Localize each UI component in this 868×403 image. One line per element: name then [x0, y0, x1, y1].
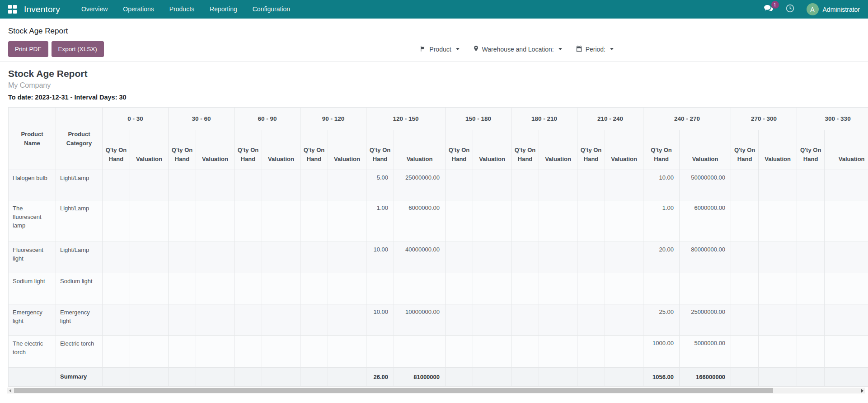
activities-button[interactable]	[785, 4, 795, 15]
valuation-cell	[759, 170, 797, 200]
export-xlsx-button[interactable]: Export (XLSX)	[52, 41, 104, 57]
report-heading: Stock Age Report	[8, 68, 868, 79]
summary-qty-cell: 26.00	[366, 368, 394, 387]
menu-item-overview[interactable]: Overview	[74, 0, 115, 19]
valuation-header: Valuation	[394, 130, 446, 170]
qty-cell: 5.00	[366, 170, 394, 200]
qty-cell	[511, 273, 539, 304]
valuation-cell	[759, 304, 797, 336]
scrollbar-thumb[interactable]	[14, 388, 773, 393]
avatar: A	[807, 3, 819, 15]
menu-item-operations[interactable]: Operations	[115, 0, 161, 19]
age-range-header: 240 - 270	[643, 108, 731, 130]
navbar-right: 1 A Administrator	[764, 3, 860, 15]
product-name-cell: Fluorescent light	[9, 242, 56, 273]
qty-cell	[235, 242, 262, 273]
valuation-cell	[473, 170, 511, 200]
age-range-header: 150 - 180	[446, 108, 511, 130]
qty-cell	[731, 170, 759, 200]
product-name-cell: The fluorescent lamp	[9, 200, 56, 242]
qty-cell: 1.00	[366, 200, 394, 242]
valuation-cell	[130, 200, 169, 242]
valuation-cell	[196, 200, 235, 242]
valuation-cell	[605, 336, 643, 368]
control-panel: Stock Age Report Print PDF Export (XLSX)…	[0, 19, 868, 62]
valuation-cell	[262, 304, 300, 336]
summary-row: Summary26.00810000001056.00166000000	[9, 368, 868, 387]
valuation-cell	[328, 200, 366, 242]
valuation-header: Valuation	[825, 130, 868, 170]
valuation-cell	[196, 242, 235, 273]
age-range-header: 60 - 90	[235, 108, 300, 130]
menu-item-reporting[interactable]: Reporting	[202, 0, 245, 19]
table-row: Sodium lightSodium light	[9, 273, 868, 304]
valuation-cell	[825, 273, 868, 304]
summary-qty-cell	[235, 368, 262, 387]
qty-cell	[511, 200, 539, 242]
valuation-cell	[605, 170, 643, 200]
valuation-cell	[130, 170, 169, 200]
user-menu[interactable]: A Administrator	[807, 3, 860, 15]
qty-cell: 10.00	[643, 170, 680, 200]
summary-qty-cell	[103, 368, 130, 387]
qty-on-hand-header: Q'ty On Hand	[235, 130, 262, 170]
menu-item-configuration[interactable]: Configuration	[245, 0, 298, 19]
qty-cell	[577, 304, 605, 336]
location-pin-icon	[473, 45, 479, 53]
valuation-cell	[473, 200, 511, 242]
qty-cell	[511, 304, 539, 336]
warehouse-location-filter[interactable]: Warehouse and Location:	[473, 45, 562, 53]
menu-item-products[interactable]: Products	[162, 0, 202, 19]
qty-cell	[577, 170, 605, 200]
col-header-product-name: Product Name	[9, 108, 56, 170]
age-range-header: 180 - 210	[511, 108, 577, 130]
valuation-cell: 5000000.00	[680, 336, 731, 368]
product-name-cell: Halogen bulb	[9, 170, 56, 200]
valuation-cell	[473, 336, 511, 368]
qty-cell	[235, 200, 262, 242]
valuation-header: Valuation	[680, 130, 731, 170]
flag-icon	[419, 45, 426, 53]
valuation-cell	[759, 336, 797, 368]
valuation-cell	[130, 273, 169, 304]
qty-on-hand-header: Q'ty On Hand	[797, 130, 825, 170]
qty-on-hand-header: Q'ty On Hand	[643, 130, 680, 170]
product-name-cell: Sodium light	[9, 273, 56, 304]
app-brand[interactable]: Inventory	[24, 5, 60, 14]
summary-valuation-cell	[605, 368, 643, 387]
valuation-cell	[759, 200, 797, 242]
scroll-right-arrow[interactable]	[859, 388, 865, 394]
valuation-cell	[196, 273, 235, 304]
qty-cell	[235, 336, 262, 368]
valuation-cell	[825, 242, 868, 273]
product-category-cell: Light/Lamp	[56, 200, 103, 242]
horizontal-scrollbar[interactable]	[7, 388, 865, 394]
valuation-cell	[473, 304, 511, 336]
period-filter[interactable]: Period:	[576, 45, 614, 53]
report-area: Stock Age Report My Company To date: 202…	[0, 62, 868, 387]
qty-cell	[169, 170, 196, 200]
qty-on-hand-header: Q'ty On Hand	[300, 130, 328, 170]
warehouse-location-filter-label: Warehouse and Location:	[482, 46, 554, 53]
print-pdf-button[interactable]: Print PDF	[8, 41, 48, 57]
valuation-cell: 80000000.00	[680, 242, 731, 273]
apps-grid-icon[interactable]	[8, 5, 17, 14]
product-filter[interactable]: Product	[419, 45, 459, 53]
qty-cell	[103, 304, 130, 336]
valuation-cell: 50000000.00	[680, 170, 731, 200]
summary-valuation-cell: 166000000	[680, 368, 731, 387]
calendar-icon	[576, 45, 582, 53]
qty-cell	[797, 242, 825, 273]
summary-qty-cell	[169, 368, 196, 387]
qty-cell	[169, 273, 196, 304]
qty-cell	[731, 242, 759, 273]
messages-button[interactable]: 1	[764, 5, 774, 14]
valuation-header: Valuation	[130, 130, 169, 170]
qty-cell	[235, 304, 262, 336]
valuation-cell	[473, 242, 511, 273]
scroll-left-arrow[interactable]	[7, 388, 13, 394]
summary-spacer-cell	[9, 368, 56, 387]
qty-cell	[797, 170, 825, 200]
valuation-cell	[605, 200, 643, 242]
product-category-cell: Sodium light	[56, 273, 103, 304]
